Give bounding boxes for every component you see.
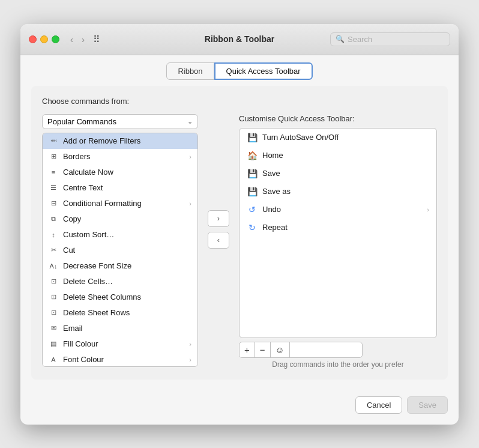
footer: Cancel Save	[20, 390, 459, 425]
toolbar-item-icon: 💾	[247, 132, 258, 143]
add-to-toolbar-button[interactable]: ›	[208, 210, 229, 227]
choose-row: Choose commands from:	[42, 97, 437, 106]
toolbar-item-icon: ↻	[247, 222, 258, 233]
titlebar: ‹ › ⠿ Ribbon & Toolbar 🔍 Search	[20, 24, 459, 55]
list-item[interactable]: ⊡Delete Cells…	[43, 274, 197, 289]
command-label: Conditional Formatting	[63, 199, 142, 208]
toolbar-item[interactable]: 💾Save	[240, 165, 436, 183]
command-label: Decrease Font Size	[63, 261, 131, 270]
options-button[interactable]: ☺	[271, 342, 290, 357]
list-item[interactable]: ⊞Borders›	[43, 149, 197, 165]
command-icon: ⊡	[49, 292, 58, 302]
main-content: Choose commands from: Popular Commands ⌄…	[31, 86, 448, 380]
submenu-arrow-icon: ›	[189, 153, 191, 160]
command-icon: ⊟	[49, 199, 58, 208]
command-label: Delete Sheet Rows	[63, 308, 130, 317]
ribbon-toolbar-window: ‹ › ⠿ Ribbon & Toolbar 🔍 Search Ribbon Q…	[20, 24, 459, 425]
list-item[interactable]: ▤Fill Colour›	[43, 336, 197, 352]
toolbar-item-icon: 💾	[247, 168, 258, 179]
back-arrow-icon[interactable]: ‹	[68, 33, 76, 46]
list-item[interactable]: ⊡Delete Sheet Columns	[43, 289, 197, 305]
submenu-arrow-icon: ›	[189, 341, 191, 348]
toolbar-item[interactable]: ↺Undo›	[240, 201, 436, 219]
command-label: Delete Cells…	[63, 277, 113, 286]
submenu-arrow-icon: ›	[189, 200, 191, 207]
list-item[interactable]: ☰Centre Text	[43, 180, 197, 196]
list-item[interactable]: AFont Colour›	[43, 352, 197, 367]
search-placeholder: Search	[348, 35, 372, 44]
list-item[interactable]: A↓Decrease Font Size	[43, 258, 197, 274]
command-label: Cut	[63, 246, 75, 255]
toolbar-item-icon: ↺	[247, 204, 258, 215]
command-icon: ⊡	[49, 277, 58, 286]
list-item[interactable]: ≡Calculate Now	[43, 165, 197, 180]
tab-ribbon[interactable]: Ribbon	[166, 62, 214, 80]
command-icon: ⬽	[49, 136, 58, 146]
command-label: Delete Sheet Columns	[63, 292, 141, 301]
toolbar-item[interactable]: ↻Repeat	[240, 219, 436, 237]
forward-arrow-icon[interactable]: ›	[79, 33, 87, 46]
maximize-button[interactable]	[52, 35, 59, 43]
toolbar-actions: + − ☺	[239, 342, 363, 358]
command-icon: ⊞	[49, 152, 58, 162]
choose-label: Choose commands from:	[42, 97, 129, 106]
middle-column: › ‹	[208, 114, 229, 249]
command-icon: ✉	[49, 324, 58, 333]
command-label: Fill Colour	[63, 339, 98, 348]
command-icon: ↕	[49, 230, 58, 240]
list-item[interactable]: ⬽Add or Remove Filters	[43, 133, 197, 149]
command-label: Email	[63, 324, 83, 333]
list-item[interactable]: ✉Email	[43, 321, 197, 336]
command-icon: ⧉	[49, 214, 58, 224]
toolbar-item-icon: 🏠	[247, 150, 258, 161]
search-icon: 🔍	[336, 35, 345, 43]
command-icon: A	[49, 355, 58, 365]
toolbar-item-label: Undo	[262, 205, 281, 214]
command-label: Borders	[63, 152, 91, 161]
toolbar-item[interactable]: 🏠Home	[240, 147, 436, 165]
nav-arrows: ‹ ›	[68, 33, 87, 46]
command-label: Custom Sort…	[63, 230, 114, 239]
remove-item-button[interactable]: −	[255, 342, 271, 357]
toolbar-item-label: Save as	[262, 187, 291, 196]
command-icon: A↓	[49, 261, 58, 271]
toolbar-item[interactable]: 💾Save as	[240, 183, 436, 201]
command-icon: ≡	[49, 168, 58, 177]
command-label: Centre Text	[63, 183, 103, 192]
list-item[interactable]: ⊟Conditional Formatting›	[43, 196, 197, 211]
list-item[interactable]: ⧉Copy	[43, 211, 197, 227]
commands-dropdown[interactable]: Popular Commands ⌄	[42, 114, 198, 129]
toolbar-submenu-arrow-icon: ›	[427, 206, 429, 213]
command-label: Font Colour	[63, 355, 104, 364]
window-title: Ribbon & Toolbar	[205, 34, 274, 44]
command-icon: ▤	[49, 339, 58, 349]
minimize-button[interactable]	[40, 35, 48, 43]
drag-hint: Drag commands into the order you prefer	[239, 360, 437, 369]
tabs-bar: Ribbon Quick Access Toolbar	[20, 55, 459, 86]
command-icon: ✂	[49, 246, 58, 255]
list-item[interactable]: ✂Cut	[43, 243, 197, 258]
commands-list[interactable]: ⬽Add or Remove Filters⊞Borders›≡Calculat…	[42, 133, 198, 367]
dropdown-arrow-icon: ⌄	[187, 118, 193, 126]
save-button[interactable]: Save	[407, 396, 448, 414]
toolbar-item[interactable]: 💾Turn AutoSave On/Off	[240, 129, 436, 147]
command-label: Add or Remove Filters	[63, 136, 140, 145]
toolbar-item-label: Save	[262, 169, 280, 178]
remove-from-toolbar-button[interactable]: ‹	[208, 232, 229, 249]
close-button[interactable]	[29, 35, 37, 43]
toolbar-item-icon: 💾	[247, 186, 258, 197]
tab-quick-access[interactable]: Quick Access Toolbar	[214, 62, 313, 80]
left-column: Popular Commands ⌄ ⬽Add or Remove Filter…	[42, 114, 198, 367]
list-item[interactable]: ↕Custom Sort…	[43, 227, 197, 243]
add-item-button[interactable]: +	[240, 342, 255, 357]
grid-icon[interactable]: ⠿	[93, 34, 100, 45]
command-label: Copy	[63, 214, 81, 223]
toolbar-list[interactable]: 💾Turn AutoSave On/Off🏠Home💾Save💾Save as↺…	[239, 128, 437, 338]
search-box[interactable]: 🔍 Search	[330, 32, 450, 46]
command-icon: ⊡	[49, 308, 58, 318]
body-columns: Popular Commands ⌄ ⬽Add or Remove Filter…	[42, 114, 437, 369]
traffic-lights	[29, 35, 59, 43]
cancel-button[interactable]: Cancel	[355, 396, 402, 414]
list-item[interactable]: ⊡Delete Sheet Rows	[43, 305, 197, 321]
toolbar-item-label: Home	[262, 151, 283, 160]
